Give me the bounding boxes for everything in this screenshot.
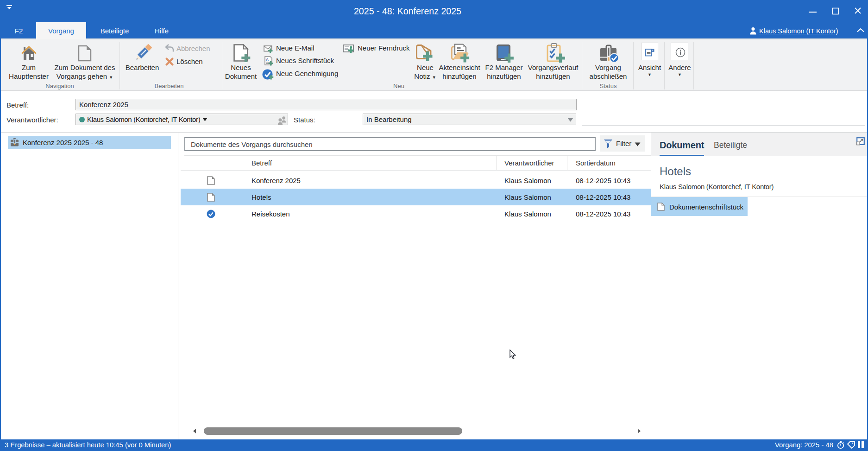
- svg-text:A: A: [266, 57, 269, 62]
